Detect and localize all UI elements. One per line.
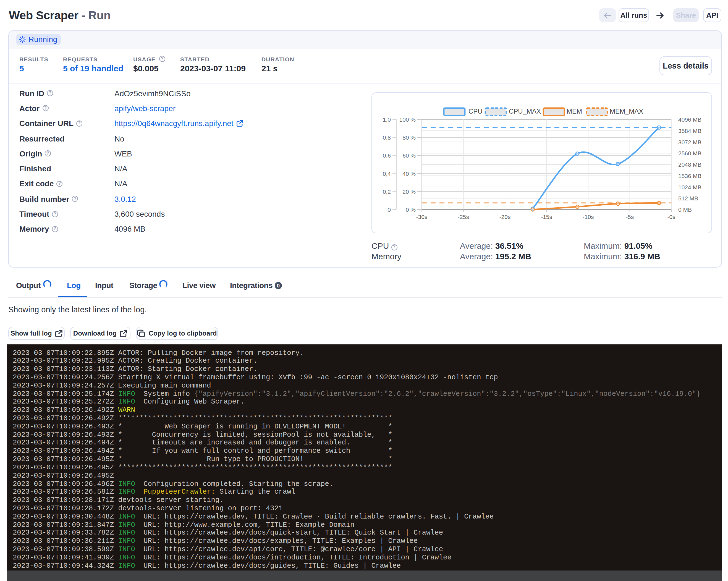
svg-text:1536 MB: 1536 MB (678, 173, 701, 179)
svg-text:CPU: CPU (468, 107, 483, 115)
svg-text:-20s: -20s (499, 214, 511, 220)
svg-text:4096 MB: 4096 MB (678, 116, 701, 123)
svg-text:-15s: -15s (541, 214, 552, 220)
svg-text:60 %: 60 % (402, 152, 416, 159)
svg-text:80 %: 80 % (402, 134, 416, 141)
svg-text:0,8: 0,8 (383, 134, 391, 141)
svg-text:-30s: -30s (416, 214, 427, 220)
svg-text:0 %: 0 % (406, 207, 416, 213)
svg-text:3072 MB: 3072 MB (678, 139, 701, 146)
svg-text:0,4: 0,4 (383, 170, 391, 177)
svg-text:CPU_MAX: CPU_MAX (509, 107, 541, 115)
svg-text:MEM_MAX: MEM_MAX (610, 107, 643, 115)
svg-text:0,2: 0,2 (383, 188, 391, 195)
svg-text:40 %: 40 % (402, 170, 416, 177)
svg-text:-10s: -10s (582, 214, 594, 220)
svg-text:-25s: -25s (458, 214, 469, 220)
svg-text:-5s: -5s (626, 214, 634, 220)
svg-text:0,6: 0,6 (383, 152, 391, 159)
svg-text:MEM: MEM (567, 107, 582, 115)
svg-text:100 %: 100 % (399, 116, 416, 123)
svg-text:2560 MB: 2560 MB (678, 150, 701, 156)
svg-text:2048 MB: 2048 MB (678, 161, 701, 168)
svg-text:3584 MB: 3584 MB (678, 128, 701, 134)
svg-text:1024 MB: 1024 MB (678, 184, 701, 190)
svg-text:20 %: 20 % (402, 188, 416, 195)
svg-text:1,0: 1,0 (383, 116, 391, 123)
svg-text:512 MB: 512 MB (678, 195, 698, 202)
svg-text:0 MB: 0 MB (678, 207, 692, 213)
svg-text:-0s: -0s (668, 214, 675, 220)
svg-text:0: 0 (388, 207, 391, 213)
